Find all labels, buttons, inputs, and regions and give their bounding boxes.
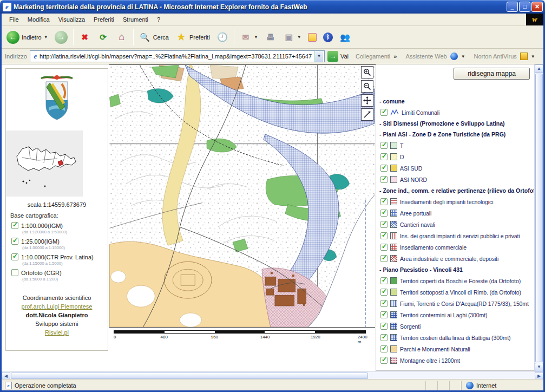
credits-line: Coordinamento scientifico [6, 293, 108, 302]
legend-item-checkbox[interactable] [380, 244, 388, 251]
legend-swatch [390, 109, 399, 116]
legend-item-checkbox[interactable] [380, 300, 388, 307]
maximize-button[interactable]: □ [519, 2, 530, 12]
internet-zone-label: Internet [476, 382, 496, 389]
edit-button[interactable]: ▣▼ [280, 30, 304, 45]
legend-item-checkbox[interactable] [380, 289, 388, 296]
ie-app-icon: e [3, 3, 11, 11]
legend-item-checkbox[interactable] [380, 255, 388, 262]
vertical-scroll-thumb[interactable] [535, 74, 543, 362]
base-layer-row: Ortofoto (CGR) [11, 269, 108, 276]
refresh-button[interactable]: ⟳ [95, 30, 112, 45]
legend-item: T [379, 140, 534, 151]
base-layer-label: 1:100.000(IGM) [21, 223, 63, 229]
legend-item: Fiumi, Torrenti e Corsi D'Acqua(RD 1775/… [379, 298, 534, 309]
search-button[interactable]: 🔍 Cerca [136, 30, 172, 45]
mail-dropdown-icon[interactable]: ▼ [254, 35, 258, 40]
legend-item-checkbox[interactable] [380, 142, 388, 149]
edit-dropdown-icon[interactable]: ▼ [297, 35, 301, 40]
go-button[interactable]: → Vai [327, 51, 349, 62]
zoom-in-tool[interactable] [361, 66, 373, 79]
legend-item-checkbox[interactable] [380, 277, 388, 284]
legend-item: Ins. dei grandi impianti di servizi pubb… [379, 230, 534, 241]
print-button[interactable]: 🖶 [262, 30, 279, 45]
web-assistant-dropdown-icon[interactable]: ▼ [461, 54, 465, 59]
forward-button[interactable]: → [52, 29, 70, 45]
mail-icon: ✉ [240, 31, 252, 43]
messenger-button[interactable]: 👥 [337, 30, 354, 45]
links-menu[interactable]: Collegamenti [356, 53, 390, 60]
legend-item-checkbox[interactable] [380, 176, 388, 183]
stop-button[interactable]: ✖ [76, 30, 94, 45]
legend-item-checkbox[interactable] [380, 153, 388, 160]
menu-bar-items: FileModificaVisualizzaPreferitiStrumenti… [5, 15, 165, 24]
legend-swatch [390, 289, 397, 296]
base-layer-row: 1:25.000(IGM) [11, 238, 108, 245]
links-chevron-icon[interactable]: » [393, 53, 397, 60]
zoom-in-icon [363, 68, 371, 76]
legend-item-checkbox[interactable] [380, 221, 388, 228]
menu-item-file[interactable]: File [5, 15, 23, 24]
legend-item-checkbox[interactable] [380, 210, 388, 217]
legend-item-checkbox[interactable] [380, 357, 388, 364]
address-bar: Indirizzo e ▼ → Vai Collegamenti » Assis… [2, 49, 543, 64]
scroll-right-arrow-icon[interactable]: ▶ [535, 372, 543, 380]
credits-link-risviel[interactable]: Risviel.pl [45, 329, 69, 336]
redraw-map-button[interactable]: ridisegna mappa [454, 68, 530, 80]
pan-tool[interactable] [361, 94, 373, 107]
favorites-button[interactable]: ★ Preferiti [173, 30, 213, 45]
legend-item-checkbox[interactable] [380, 311, 388, 318]
base-layer-checkbox[interactable] [11, 253, 18, 260]
scroll-down-arrow-icon[interactable]: ▼ [535, 363, 543, 371]
horizontal-scrollbar[interactable]: ◀ ▶ [2, 371, 543, 380]
horizontal-scroll-thumb[interactable] [11, 373, 368, 379]
back-dropdown-icon[interactable]: ▼ [44, 35, 48, 40]
identify-tool[interactable] [361, 108, 373, 121]
legend-item: Territori coperti da Boschi e Foreste (d… [379, 275, 534, 286]
norton-menu[interactable]: Norton AntiVirus [474, 53, 517, 60]
menu-item-preferiti[interactable]: Preferiti [89, 15, 119, 24]
messenger-note-button[interactable] [305, 31, 319, 43]
legend-item-checkbox[interactable] [380, 334, 388, 341]
address-dropdown-icon[interactable]: ▼ [314, 51, 323, 62]
mail-button[interactable]: ✉▼ [237, 30, 261, 45]
legend-section-header: - Siti Dismessi (Promozione e Sviluppo L… [379, 118, 534, 129]
legend-item-checkbox[interactable] [380, 232, 388, 239]
credits-link-piemontese[interactable]: prof.arch.Luigi Piemontese [22, 303, 93, 310]
bluetooth-button[interactable]: ᛒ [320, 31, 336, 44]
status-text: Operazione completata [15, 382, 76, 389]
web-assistant-menu[interactable]: Assistente Web [405, 53, 446, 60]
legend-item-checkbox[interactable] [380, 165, 388, 172]
toolbar-separator [73, 29, 74, 45]
home-button[interactable]: ⌂ [113, 30, 130, 45]
province-overview-map[interactable] [6, 130, 83, 197]
map-image[interactable] [109, 65, 375, 328]
search-label: Cerca [153, 34, 169, 41]
map-area[interactable]: 0480960144019202400 m [109, 64, 376, 371]
history-button[interactable]: 🕘 [214, 30, 231, 45]
legend-item-checkbox[interactable] [380, 345, 388, 352]
legend-item-checkbox[interactable] [380, 323, 388, 330]
menu-item-modifica[interactable]: Modifica [23, 15, 54, 24]
address-input[interactable] [40, 53, 314, 60]
horizontal-scroll-track[interactable] [369, 372, 535, 380]
scalebar-labels: 0480960144019202400 m [114, 335, 366, 341]
base-layer-checkbox[interactable] [11, 222, 18, 229]
norton-dropdown-icon[interactable]: ▼ [531, 54, 535, 59]
vertical-scrollbar[interactable]: ▲ ▼ [534, 64, 543, 371]
legend-item-checkbox[interactable] [380, 109, 388, 116]
menu-item-[interactable]: ? [153, 15, 165, 24]
base-layer-checkbox[interactable] [11, 238, 18, 245]
back-button[interactable]: ← Indietro ▼ [4, 29, 51, 45]
close-button[interactable]: ✕ [531, 2, 543, 12]
menu-item-strumenti[interactable]: Strumenti [119, 15, 153, 24]
zoom-out-tool[interactable] [361, 80, 373, 93]
scroll-up-arrow-icon[interactable]: ▲ [535, 64, 543, 73]
menu-item-visualizza[interactable]: Visualizza [54, 15, 89, 24]
legend-item-label: Cantieri navali [400, 221, 435, 228]
scalebar-label: 1920 [311, 335, 320, 339]
scroll-left-arrow-icon[interactable]: ◀ [2, 372, 10, 380]
legend-item-checkbox[interactable] [380, 198, 388, 205]
minimize-button[interactable]: _ [507, 2, 518, 12]
base-layer-checkbox[interactable] [11, 269, 18, 276]
